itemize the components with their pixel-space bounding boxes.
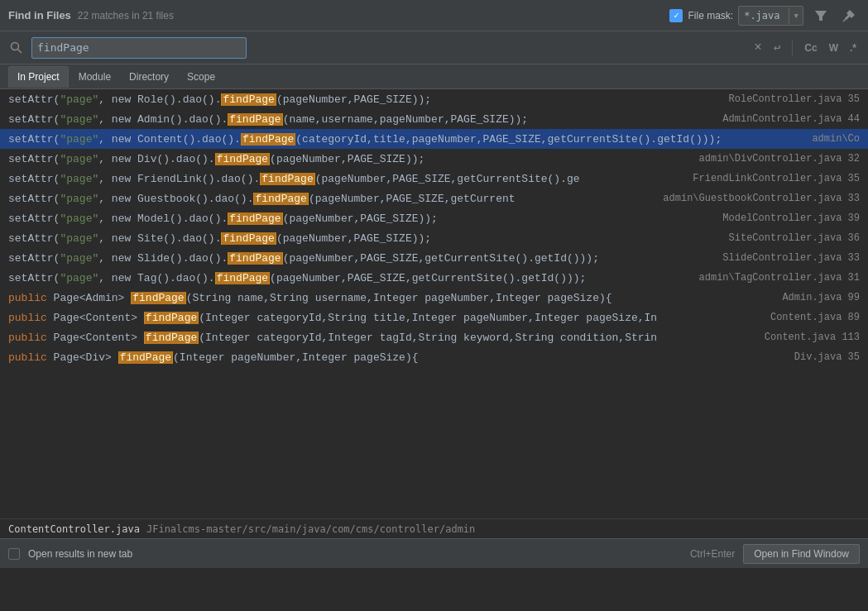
file-mask-area: File mask: ▾ (669, 6, 803, 26)
result-file: RoleController.java 35 (729, 93, 860, 105)
file-mask-checkbox[interactable] (669, 9, 683, 22)
result-text: public Page<Div> findPage(Integer pageNu… (8, 351, 786, 364)
table-row[interactable]: setAttr("page", new Guestbook().dao().fi… (0, 189, 868, 208)
table-row[interactable]: setAttr("page", new Admin().dao().findPa… (0, 109, 868, 129)
open-in-find-window-button[interactable]: Open in Find Window (743, 544, 860, 564)
table-row[interactable]: setAttr("page", new Role().dao().findPag… (0, 89, 868, 109)
result-text: setAttr("page", new Role().dao().findPag… (8, 93, 721, 106)
result-text: public Page<Content> findPage(Integer ca… (8, 332, 756, 344)
table-row[interactable]: setAttr("page", new Div().dao().findPage… (0, 149, 868, 169)
tabs-bar: In Project Module Directory Scope (0, 64, 868, 89)
svg-marker-0 (815, 11, 827, 21)
table-row[interactable]: setAttr("page", new Tag().dao().findPage… (0, 268, 868, 288)
search-bar: × ↩ Cc W .* (0, 31, 868, 64)
result-text: public Page<Admin> findPage(String name,… (8, 292, 774, 304)
table-row[interactable]: setAttr("page", new Site().dao().findPag… (0, 228, 868, 248)
result-text: setAttr("page", new Slide().dao().findPa… (8, 252, 714, 265)
result-file: SiteController.java 36 (729, 232, 860, 244)
file-mask-input-group: ▾ (738, 6, 803, 26)
tab-in-project[interactable]: In Project (8, 66, 69, 88)
result-file: Admin.java 99 (782, 292, 860, 303)
table-row[interactable]: public Page<Div> findPage(Integer pageNu… (0, 347, 868, 367)
file-mask-input[interactable] (739, 8, 789, 23)
result-text: setAttr("page", new Div().dao().findPage… (8, 153, 691, 165)
table-row[interactable]: public Page<Content> findPage(Integer ca… (0, 308, 868, 327)
result-file: admin\TagController.java 31 (699, 272, 860, 284)
file-mask-label: File mask: (688, 10, 733, 21)
replace-icon[interactable]: ↩ (770, 39, 784, 56)
result-text: setAttr("page", new Tag().dao().findPage… (8, 272, 691, 284)
result-file: AdminController.java 44 (722, 113, 860, 125)
table-row[interactable]: public Page<Admin> findPage(String name,… (0, 288, 868, 308)
header-bar: Find in Files 22 matches in 21 files Fil… (0, 0, 868, 31)
filepath-bar: ContentController.java JFinalcms-master/… (0, 518, 868, 538)
result-file: Content.java 89 (770, 312, 860, 323)
svg-point-2 (12, 42, 19, 50)
tab-module[interactable]: Module (70, 66, 119, 88)
search-controls: × ↩ Cc W .* (751, 39, 860, 57)
regex-btn[interactable]: .* (846, 41, 860, 55)
table-row[interactable]: setAttr("page", new Content().dao().find… (0, 129, 868, 149)
result-text: setAttr("page", new Admin().dao().findPa… (8, 113, 714, 126)
result-file: admin\DivController.java 32 (699, 153, 860, 165)
result-file: admin\GuestbookController.java 33 (663, 193, 860, 204)
result-text: setAttr("page", new Content().dao().find… (8, 133, 803, 146)
result-file: FriendLinkController.java 35 (693, 173, 860, 184)
status-bar: Open results in new tab Ctrl+Enter Open … (0, 538, 868, 568)
panel-title: Find in Files (8, 9, 71, 21)
whole-word-btn[interactable]: W (826, 41, 842, 55)
tab-scope[interactable]: Scope (179, 66, 223, 88)
result-file: Content.java 113 (765, 332, 860, 343)
result-file: admin\Co (812, 133, 860, 145)
tab-directory[interactable]: Directory (121, 66, 177, 88)
table-row[interactable]: setAttr("page", new Slide().dao().findPa… (0, 248, 868, 268)
result-text: setAttr("page", new Guestbook().dao().fi… (8, 193, 655, 205)
pin-icon[interactable] (838, 7, 860, 25)
case-sensitive-btn[interactable]: Cc (801, 41, 820, 55)
table-row[interactable]: public Page<Content> findPage(Integer ca… (0, 327, 868, 347)
clear-search-icon[interactable]: × (751, 39, 765, 57)
filepath-path: JFinalcms-master/src/main/java/com/cms/c… (146, 523, 475, 535)
open-new-tab-checkbox[interactable] (8, 548, 20, 560)
separator (792, 41, 793, 55)
search-icon (8, 40, 25, 56)
svg-line-3 (18, 49, 22, 53)
result-file: SlideController.java 33 (722, 252, 860, 264)
search-input[interactable] (31, 37, 247, 59)
match-count: 22 matches in 21 files (78, 10, 174, 21)
result-file: Div.java 35 (794, 351, 860, 363)
filepath-filename: ContentController.java (8, 523, 140, 535)
table-row[interactable]: setAttr("page", new Model().dao().findPa… (0, 208, 868, 228)
result-text: setAttr("page", new Site().dao().findPag… (8, 232, 721, 245)
open-new-tab-label: Open results in new tab (28, 548, 132, 560)
result-text: setAttr("page", new FriendLink().dao().f… (8, 173, 684, 185)
results-area[interactable]: setAttr("page", new Role().dao().findPag… (0, 89, 868, 518)
table-row[interactable]: setAttr("page", new FriendLink().dao().f… (0, 169, 868, 189)
result-file: ModelController.java 39 (722, 212, 860, 224)
result-text: public Page<Content> findPage(Integer ca… (8, 312, 762, 324)
file-mask-dropdown-icon[interactable]: ▾ (789, 7, 803, 24)
shortcut-text: Ctrl+Enter (690, 548, 735, 560)
filter-icon[interactable] (810, 7, 832, 25)
svg-line-1 (843, 18, 846, 21)
result-text: setAttr("page", new Model().dao().findPa… (8, 212, 714, 225)
